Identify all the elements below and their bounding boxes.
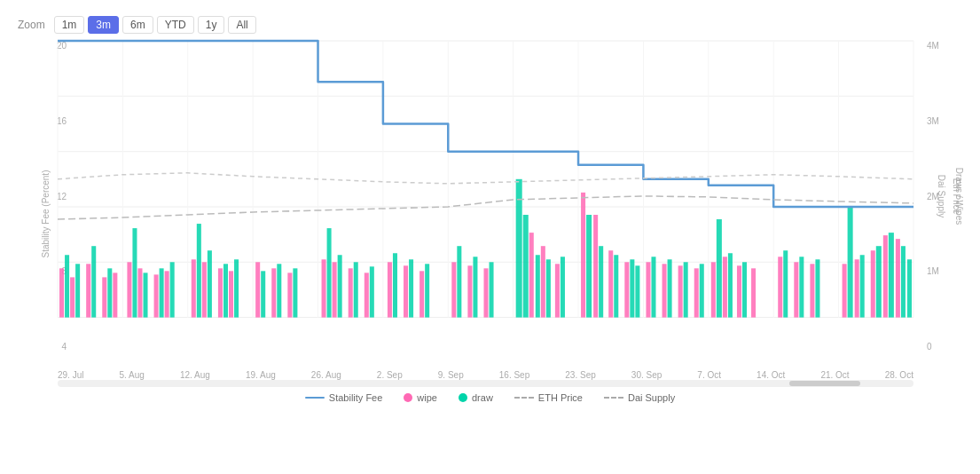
- y-left-4: 4: [61, 342, 67, 352]
- svg-rect-65: [451, 262, 456, 317]
- x-label-sep9: 9. Sep: [438, 370, 464, 380]
- svg-rect-85: [624, 262, 629, 317]
- zoom-3m[interactable]: 3m: [88, 16, 119, 34]
- scrollbar-track[interactable]: [58, 380, 913, 387]
- scrollbar-thumb[interactable]: [789, 381, 860, 386]
- svg-rect-49: [287, 273, 292, 317]
- svg-rect-104: [783, 250, 788, 317]
- legend-draw: draw: [459, 392, 493, 403]
- svg-rect-118: [901, 246, 906, 317]
- svg-rect-112: [860, 255, 865, 317]
- svg-rect-58: [370, 266, 374, 317]
- svg-rect-106: [799, 257, 804, 317]
- zoom-1y[interactable]: 1y: [198, 16, 225, 34]
- svg-rect-69: [483, 268, 488, 317]
- x-label-oct28: 28. Oct: [885, 370, 913, 380]
- legend-dai-supply-line: [604, 397, 623, 399]
- svg-rect-55: [349, 268, 353, 317]
- svg-rect-41: [218, 268, 223, 317]
- chart-area: 20 16 12 8 4 4M 3M 2M 1M 0 Dai Supply Et…: [0, 41, 980, 387]
- zoom-ytd[interactable]: YTD: [157, 16, 194, 34]
- legend-wipe-dot: [404, 393, 412, 402]
- svg-rect-27: [107, 268, 112, 317]
- x-label-aug5: 5. Aug: [120, 370, 145, 380]
- svg-rect-35: [165, 271, 169, 317]
- legend-stability-fee: Stability Fee: [305, 392, 383, 403]
- svg-rect-73: [529, 233, 534, 317]
- svg-rect-20: [59, 268, 64, 317]
- svg-rect-24: [86, 264, 90, 317]
- svg-rect-115: [883, 235, 888, 317]
- x-label-aug12: 12. Aug: [180, 370, 210, 380]
- svg-rect-33: [154, 274, 159, 317]
- svg-rect-100: [737, 265, 741, 317]
- svg-rect-22: [70, 277, 74, 317]
- svg-rect-39: [202, 262, 207, 317]
- svg-rect-67: [467, 265, 472, 317]
- svg-rect-99: [728, 253, 733, 317]
- x-label-sep30: 30. Sep: [631, 370, 662, 380]
- svg-rect-74: [536, 255, 540, 317]
- x-axis: 29. Jul 5. Aug 12. Aug 19. Aug 26. Aug 2…: [58, 370, 913, 380]
- svg-rect-97: [717, 219, 722, 318]
- svg-rect-105: [794, 262, 798, 317]
- zoom-1m[interactable]: 1m: [54, 16, 85, 34]
- svg-rect-21: [65, 255, 69, 317]
- svg-rect-42: [223, 264, 228, 317]
- svg-rect-89: [651, 257, 655, 317]
- legend-wipe: wipe: [404, 392, 437, 403]
- legend-stability-fee-label: Stability Fee: [329, 392, 383, 403]
- x-label-oct7: 7. Oct: [697, 370, 721, 380]
- zoom-all[interactable]: All: [228, 16, 255, 34]
- svg-rect-80: [586, 215, 592, 318]
- svg-rect-45: [255, 262, 260, 317]
- svg-rect-91: [668, 259, 672, 317]
- svg-rect-51: [322, 259, 326, 317]
- svg-rect-37: [192, 259, 196, 317]
- legend-eth-price: ETH Price: [514, 392, 583, 403]
- y-title-draws: Draws / Wipes: [953, 168, 963, 225]
- zoom-6m[interactable]: 6m: [122, 16, 153, 34]
- svg-rect-76: [546, 259, 551, 317]
- svg-rect-108: [815, 259, 819, 317]
- chart-container: Zoom 1m 3m 6m YTD 1y All 20 16 12 8 4 4M…: [0, 0, 980, 474]
- svg-rect-54: [338, 255, 342, 317]
- main-chart-svg: [58, 41, 913, 318]
- svg-rect-29: [127, 262, 131, 317]
- svg-rect-110: [848, 206, 853, 318]
- zoom-label: Zoom: [18, 19, 45, 31]
- legend-wipe-label: wipe: [417, 392, 437, 403]
- svg-rect-113: [871, 250, 875, 317]
- x-label-sep2: 2. Sep: [377, 370, 403, 380]
- svg-rect-101: [742, 262, 747, 317]
- svg-rect-34: [160, 268, 164, 317]
- svg-rect-53: [333, 262, 337, 317]
- svg-rect-107: [810, 264, 814, 317]
- svg-rect-32: [144, 273, 148, 317]
- svg-rect-88: [646, 262, 650, 317]
- zoom-bar: Zoom 1m 3m 6m YTD 1y All: [0, 9, 980, 41]
- svg-rect-117: [896, 239, 900, 317]
- svg-rect-98: [723, 257, 727, 317]
- svg-rect-119: [907, 259, 912, 317]
- svg-rect-43: [229, 271, 233, 317]
- svg-rect-70: [490, 262, 494, 317]
- y-title-left: Stability Fee (Percent): [41, 170, 51, 258]
- svg-rect-28: [113, 273, 117, 317]
- legend: Stability Fee wipe draw ETH Price Dai Su…: [0, 387, 980, 407]
- svg-rect-44: [234, 259, 239, 317]
- x-label-sep23: 23. Sep: [565, 370, 595, 380]
- svg-rect-103: [778, 257, 782, 317]
- svg-rect-93: [684, 262, 688, 317]
- svg-rect-82: [599, 246, 603, 317]
- svg-rect-56: [354, 262, 358, 317]
- svg-rect-59: [388, 262, 392, 317]
- svg-rect-47: [271, 268, 276, 317]
- svg-rect-48: [277, 264, 281, 317]
- svg-rect-111: [855, 259, 859, 317]
- svg-rect-31: [137, 268, 142, 317]
- svg-rect-77: [555, 264, 560, 317]
- svg-rect-64: [425, 264, 429, 317]
- svg-rect-116: [889, 233, 894, 317]
- svg-rect-90: [662, 264, 667, 317]
